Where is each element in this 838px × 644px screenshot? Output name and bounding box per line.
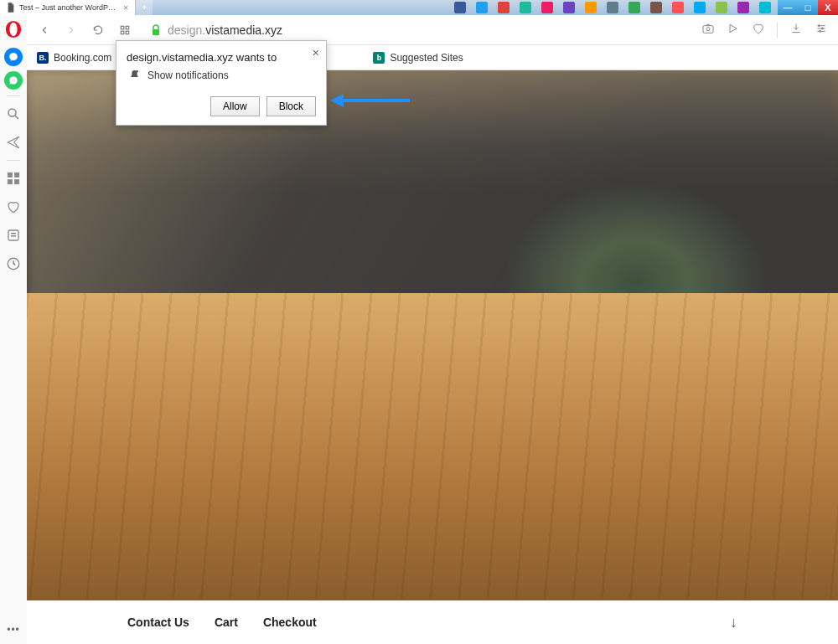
window-minimize-button[interactable]: —: [778, 0, 798, 15]
popup-close-icon[interactable]: ×: [313, 46, 319, 59]
svg-rect-3: [8, 173, 12, 177]
scroll-down-icon[interactable]: ↓: [730, 614, 737, 631]
taskbar-item[interactable]: [476, 2, 488, 13]
separator: [777, 23, 778, 38]
messenger-button[interactable]: [4, 48, 23, 66]
site-title: TEST: [127, 466, 296, 508]
opera-logo-icon: [4, 20, 23, 39]
site-nav: Contact Us Cart Checkout ↓: [27, 600, 838, 644]
reload-button[interactable]: [91, 23, 106, 38]
svg-rect-7: [8, 230, 18, 240]
taskbar-item[interactable]: [694, 2, 706, 13]
page-icon: [7, 3, 15, 13]
popup-message-row: Show notifications: [128, 69, 316, 81]
svg-point-19: [136, 70, 138, 73]
notification-permission-popup: × design.vistamedia.xyz wants to Show no…: [116, 40, 327, 126]
whatsapp-button[interactable]: [4, 71, 23, 90]
downloads-button[interactable]: [789, 22, 803, 39]
lock-icon: [151, 24, 161, 36]
svg-point-15: [706, 27, 710, 30]
svg-rect-6: [15, 180, 19, 184]
back-button[interactable]: [37, 23, 52, 38]
svg-marker-21: [330, 94, 344, 107]
popup-title: design.vistamedia.xyz wants to: [127, 51, 316, 64]
page-content: TEST Just another WordPress site Contact…: [27, 70, 838, 644]
taskbar-item[interactable]: [759, 2, 771, 13]
hero-text: TEST Just another WordPress site: [127, 466, 296, 525]
taskbar-item[interactable]: [607, 2, 618, 13]
site-tagline: Just another WordPress site: [127, 510, 296, 525]
easy-setup-button[interactable]: [815, 22, 828, 39]
browser-tab[interactable]: Test – Just another WordP… ×: [0, 0, 136, 15]
bookmark-label: Booking.com: [54, 52, 111, 64]
snapshot-button[interactable]: [701, 22, 715, 39]
sidebar-divider: [7, 160, 20, 161]
bookmark-heart-button[interactable]: [752, 22, 765, 39]
bookmarks-heart-button[interactable]: [2, 195, 25, 219]
bing-icon: b: [373, 52, 385, 64]
main-column: design.vistamedia.xyz B. Booking.com f b…: [27, 15, 838, 644]
svg-rect-14: [703, 25, 713, 33]
svg-rect-12: [126, 31, 129, 34]
popup-message: Show notifications: [147, 70, 229, 81]
svg-rect-4: [15, 173, 19, 177]
send-button[interactable]: [2, 131, 25, 154]
svg-rect-5: [8, 180, 12, 184]
titlebar-space: — □ X: [153, 0, 838, 15]
history-button[interactable]: [2, 252, 25, 276]
window-titlebar: Test – Just another WordP… × + — □ X: [0, 0, 838, 15]
svg-point-17: [821, 28, 823, 29]
nav-cart[interactable]: Cart: [215, 616, 238, 629]
search-button[interactable]: [2, 102, 25, 126]
speed-dial-grid-button[interactable]: [117, 23, 132, 38]
address-bar-actions: [701, 22, 828, 39]
tab-close-icon[interactable]: ×: [123, 3, 128, 13]
tab-title: Test – Just another WordP…: [19, 3, 116, 12]
svg-point-1: [9, 23, 17, 37]
hero-image: TEST Just another WordPress site: [27, 70, 838, 600]
nav-contact[interactable]: Contact Us: [127, 616, 189, 629]
taskbar-item[interactable]: [628, 2, 640, 13]
url-field[interactable]: design.vistamedia.xyz: [144, 23, 690, 37]
news-button[interactable]: [2, 224, 25, 247]
video-popout-button[interactable]: [727, 22, 740, 39]
browser-sidebar: •••: [0, 15, 27, 644]
annotation-arrow-icon: [330, 84, 414, 117]
svg-rect-10: [126, 26, 129, 28]
sidebar-divider: [7, 95, 20, 96]
taskbar-item[interactable]: [520, 2, 531, 13]
taskbar-item[interactable]: [541, 2, 553, 13]
bookmark-booking[interactable]: B. Booking.com: [37, 52, 111, 64]
taskbar-item[interactable]: [563, 2, 575, 13]
window-maximize-button[interactable]: □: [798, 0, 818, 15]
taskbar-item[interactable]: [454, 2, 466, 13]
taskbar-item[interactable]: [716, 2, 727, 13]
speed-dial-button[interactable]: [2, 167, 25, 190]
booking-icon: B.: [37, 52, 49, 64]
taskbar-item[interactable]: [498, 2, 510, 13]
taskbar-item[interactable]: [672, 2, 684, 13]
nav-checkout[interactable]: Checkout: [263, 616, 317, 629]
bell-icon: [128, 69, 141, 81]
taskbar-item[interactable]: [585, 2, 597, 13]
url-text: design.vistamedia.xyz: [168, 23, 282, 37]
svg-point-16: [818, 24, 820, 26]
bookmark-suggested[interactable]: b Suggested Sites: [373, 52, 463, 64]
svg-rect-9: [121, 26, 124, 28]
taskbar-item[interactable]: [737, 2, 749, 13]
allow-button[interactable]: Allow: [210, 96, 260, 116]
forward-button[interactable]: [64, 23, 79, 38]
svg-point-2: [8, 109, 16, 116]
bookmark-label: Suggested Sites: [390, 52, 463, 64]
svg-point-18: [820, 30, 821, 32]
svg-rect-11: [121, 31, 124, 34]
block-button[interactable]: Block: [266, 96, 316, 116]
taskbar-item[interactable]: [650, 2, 662, 13]
taskbar-icons: [447, 2, 778, 13]
svg-rect-13: [153, 29, 159, 35]
new-tab-button[interactable]: +: [136, 0, 153, 15]
window-close-button[interactable]: X: [818, 0, 838, 15]
sidebar-more-button[interactable]: •••: [7, 624, 20, 636]
